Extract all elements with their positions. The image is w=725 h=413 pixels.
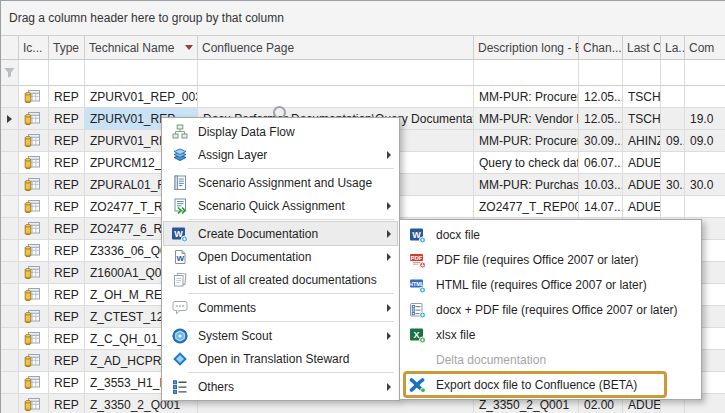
filter-cell-icon[interactable] bbox=[19, 60, 49, 86]
column-header-type[interactable]: Type bbox=[49, 36, 85, 59]
filter-cell-la[interactable] bbox=[661, 60, 685, 86]
cell-changed[interactable]: 12.05... bbox=[579, 86, 623, 108]
column-header-com[interactable]: Com bbox=[685, 36, 725, 59]
cell-com[interactable]: 09.0 bbox=[685, 130, 725, 152]
menu-item-open-in-translation-steward[interactable]: Open in Translation Steward bbox=[164, 347, 397, 370]
menu-item-assign-layer[interactable]: Assign Layer bbox=[164, 143, 397, 166]
report-table-icon bbox=[24, 111, 40, 126]
filter-cell-changed[interactable] bbox=[579, 60, 623, 86]
cell-confluence_page[interactable] bbox=[198, 86, 474, 108]
cell-la[interactable]: 30... bbox=[661, 174, 685, 196]
cell-com[interactable] bbox=[685, 86, 725, 108]
cell-type[interactable]: REP bbox=[49, 328, 85, 350]
cell-type[interactable]: REP bbox=[49, 86, 85, 108]
column-header-description[interactable]: Description long - En bbox=[474, 36, 579, 59]
docx-file-icon: W bbox=[408, 226, 427, 243]
cell-la[interactable] bbox=[661, 108, 685, 130]
row-indicator-cell bbox=[1, 108, 19, 130]
svg-text:W: W bbox=[176, 254, 184, 263]
group-by-hint-text: Drag a column header here to group by th… bbox=[9, 11, 284, 25]
cell-changed[interactable]: 06.07... bbox=[579, 152, 623, 174]
row-icon-cell bbox=[19, 306, 49, 328]
cell-description[interactable]: MM-PUR: Purchase... bbox=[474, 174, 579, 196]
cell-description[interactable]: MM-PUR: Procurem... bbox=[474, 130, 579, 152]
menu-item-list-of-all-created-documentations[interactable]: List of all created documentations bbox=[164, 268, 397, 291]
column-header-technical_name[interactable]: Technical Name bbox=[85, 36, 198, 59]
cell-type[interactable]: REP bbox=[49, 350, 85, 372]
menu-item-system-scout[interactable]: System Scout bbox=[164, 324, 397, 347]
cell-type[interactable]: REP bbox=[49, 108, 85, 130]
cell-com[interactable] bbox=[685, 196, 725, 218]
cell-technical_name[interactable]: ZPURV01_REP_003 bbox=[85, 86, 198, 108]
menu-item-label: Comments bbox=[198, 301, 381, 315]
menu-item-create-documentation[interactable]: WCreate Documentation bbox=[164, 222, 397, 245]
cell-type[interactable]: REP bbox=[49, 284, 85, 306]
menu-separator bbox=[188, 168, 394, 169]
column-header-changed[interactable]: Chan... bbox=[579, 36, 623, 59]
submenu-item-docx-file[interactable]: Wdocx file bbox=[402, 222, 699, 247]
filter-cell-technical_name[interactable] bbox=[85, 60, 198, 86]
filter-cell-com[interactable] bbox=[685, 60, 725, 86]
cell-la[interactable] bbox=[661, 152, 685, 174]
cell-description[interactable]: MM-PUR: Vendor I... bbox=[474, 108, 579, 130]
cell-last_changed[interactable]: ADUE... bbox=[623, 196, 661, 218]
cell-type[interactable]: REP bbox=[49, 372, 85, 394]
column-header-indicator[interactable] bbox=[1, 36, 19, 59]
column-header-confluence_page[interactable]: Confluence Page bbox=[198, 36, 474, 59]
cell-changed[interactable]: 12.05... bbox=[579, 108, 623, 130]
submenu-item-export-docx-file-to-confluence-beta[interactable]: Export docx file to Confluence (BETA) bbox=[402, 372, 699, 397]
column-header-la[interactable]: La... bbox=[661, 36, 685, 59]
filter-cell-type[interactable] bbox=[49, 60, 85, 86]
cell-changed[interactable]: 30.09... bbox=[579, 130, 623, 152]
table-row[interactable]: REPZPURV01_REP_003MM-PUR: Procurem...12.… bbox=[1, 86, 725, 108]
filter-cell-last_changed[interactable] bbox=[623, 60, 661, 86]
cell-last_changed[interactable]: ADUE... bbox=[623, 152, 661, 174]
cell-type[interactable]: REP bbox=[49, 130, 85, 152]
cell-description[interactable]: Query to check dat... bbox=[474, 152, 579, 174]
row-icon-cell bbox=[19, 328, 49, 350]
cell-type[interactable]: REP bbox=[49, 262, 85, 284]
filter-cell-indicator[interactable] bbox=[1, 60, 19, 86]
cell-type[interactable]: REP bbox=[49, 196, 85, 218]
row-icon-cell bbox=[19, 152, 49, 174]
cell-com[interactable]: 30.0 bbox=[685, 174, 725, 196]
cell-last_changed[interactable]: TSCH... bbox=[623, 108, 661, 130]
cell-com[interactable]: 19.0 bbox=[685, 108, 725, 130]
cell-description[interactable]: MM-PUR: Procurem... bbox=[474, 86, 579, 108]
submenu-item-pdf-file-requires-office-2007-or-later[interactable]: PDFPDF file (requires Office 2007 or lat… bbox=[402, 247, 699, 272]
cell-type[interactable]: REP bbox=[49, 306, 85, 328]
submenu-item-docx-pdf-file-requires-office-2007-or-later[interactable]: docx + PDF file (requires Office 2007 or… bbox=[402, 297, 699, 322]
cell-type[interactable]: REP bbox=[49, 174, 85, 196]
submenu-item-xlsx-file[interactable]: Xxlsx file bbox=[402, 322, 699, 347]
cell-last_changed[interactable]: ADUE... bbox=[623, 174, 661, 196]
filter-cell-description[interactable] bbox=[474, 60, 579, 86]
menu-item-scenario-assignment-and-usage[interactable]: Scenario Assignment and Usage bbox=[164, 171, 397, 194]
column-header-icon[interactable]: Ic... bbox=[19, 36, 49, 59]
cell-la[interactable] bbox=[661, 86, 685, 108]
menu-item-comments[interactable]: Comments bbox=[164, 296, 397, 319]
cell-la[interactable]: 09... bbox=[661, 130, 685, 152]
cell-type[interactable]: REP bbox=[49, 240, 85, 262]
cell-type[interactable]: REP bbox=[49, 218, 85, 240]
cell-la[interactable] bbox=[661, 196, 685, 218]
cell-type[interactable]: REP bbox=[49, 152, 85, 174]
menu-item-open-documentation[interactable]: WOpen Documentation bbox=[164, 245, 397, 268]
menu-item-others[interactable]: Others bbox=[164, 375, 397, 398]
cell-description[interactable]: ZO2477_T_REP001 bbox=[474, 196, 579, 218]
cell-type[interactable]: REP bbox=[49, 394, 85, 413]
row-indicator-cell bbox=[1, 350, 19, 372]
submenu-arrow-icon bbox=[387, 304, 391, 312]
submenu-item-html-file-requires-office-2007-or-later[interactable]: HTMLHTML file (requires Office 2007 or l… bbox=[402, 272, 699, 297]
cell-com[interactable] bbox=[685, 152, 725, 174]
menu-item-label: Assign Layer bbox=[198, 148, 381, 162]
cell-changed[interactable]: 10.03... bbox=[579, 174, 623, 196]
others-list-icon bbox=[170, 378, 189, 395]
column-header-last_changed[interactable]: Last C... bbox=[623, 36, 661, 59]
cell-last_changed[interactable]: TSCH... bbox=[623, 86, 661, 108]
cell-last_changed[interactable]: AHINZ bbox=[623, 130, 661, 152]
cell-changed[interactable]: 14.07... bbox=[579, 196, 623, 218]
menu-item-display-data-flow[interactable]: Display Data Flow bbox=[164, 120, 397, 143]
filter-cell-confluence_page[interactable] bbox=[198, 60, 474, 86]
group-by-panel[interactable]: Drag a column header here to group by th… bbox=[1, 1, 725, 36]
menu-item-scenario-quick-assignment[interactable]: Scenario Quick Assignment bbox=[164, 194, 397, 217]
